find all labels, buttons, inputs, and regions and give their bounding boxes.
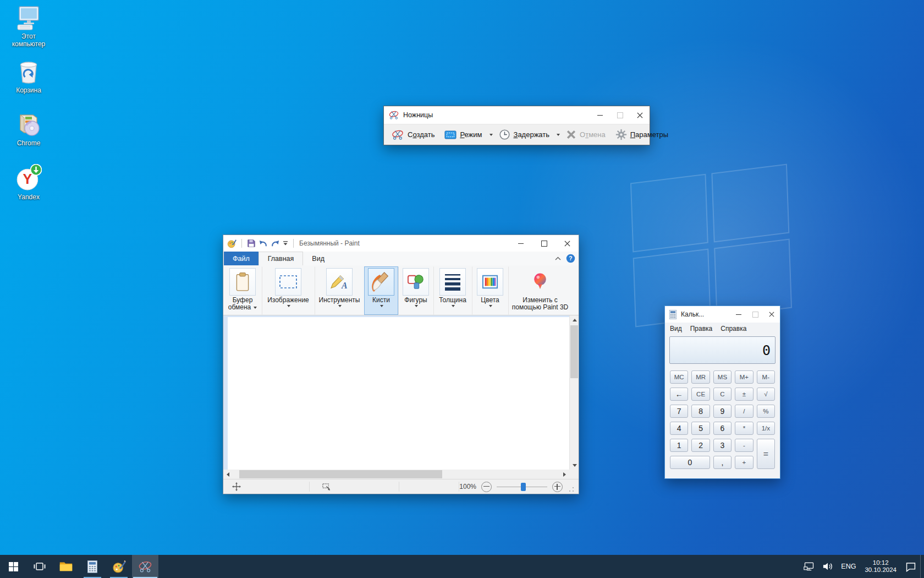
key-decimal[interactable]: , xyxy=(713,456,732,469)
key-ms[interactable]: MS xyxy=(713,370,732,384)
tools-group[interactable]: A Инструменты xyxy=(315,266,364,315)
paint-title-bar[interactable]: Безымянный - Paint xyxy=(223,235,579,252)
new-snip-button[interactable]: Создать xyxy=(387,126,438,143)
clipboard-group[interactable]: Буфер обмена xyxy=(223,266,262,315)
mode-dropdown[interactable] xyxy=(488,126,493,143)
menu-help[interactable]: Справка xyxy=(721,325,746,332)
key-2[interactable]: 2 xyxy=(691,439,710,452)
horizontal-scroll-thumb[interactable] xyxy=(239,470,442,478)
key-sqrt[interactable]: √ xyxy=(757,388,775,401)
collapse-ribbon-icon[interactable] xyxy=(555,257,561,260)
delay-dropdown[interactable] xyxy=(556,126,560,143)
redo-icon[interactable] xyxy=(271,239,280,248)
action-center-button[interactable] xyxy=(901,555,920,578)
scroll-down-button[interactable] xyxy=(570,461,579,470)
snipping-title-bar[interactable]: Ножницы xyxy=(384,106,650,124)
zoom-slider[interactable] xyxy=(497,482,547,492)
start-button[interactable] xyxy=(0,555,26,578)
minimize-button[interactable] xyxy=(730,306,747,323)
key-9[interactable]: 9 xyxy=(713,405,732,418)
taskbar-snipping-tool[interactable] xyxy=(132,555,158,578)
colors-button[interactable] xyxy=(477,268,503,296)
key-mminus[interactable]: M- xyxy=(757,370,775,384)
desktop-icon-yandex[interactable]: Y Yandex xyxy=(4,164,53,201)
volume-tray-icon[interactable] xyxy=(818,555,837,578)
paint-canvas[interactable] xyxy=(228,317,569,470)
taskbar-file-explorer[interactable] xyxy=(53,555,79,578)
key-3[interactable]: 3 xyxy=(713,439,732,452)
close-button[interactable] xyxy=(630,106,650,124)
key-5[interactable]: 5 xyxy=(691,422,710,435)
close-button[interactable] xyxy=(763,306,780,323)
desktop-icon-recycle-bin[interactable]: Корзина xyxy=(4,58,53,94)
key-minus[interactable]: - xyxy=(735,439,753,452)
key-equals[interactable]: = xyxy=(757,439,775,469)
key-0[interactable]: 0 xyxy=(670,456,710,469)
key-1[interactable]: 1 xyxy=(670,439,688,452)
key-6[interactable]: 6 xyxy=(713,422,732,435)
key-plusminus[interactable]: ± xyxy=(735,388,753,401)
vertical-scroll-thumb[interactable] xyxy=(570,325,578,378)
show-desktop-button[interactable] xyxy=(920,555,924,578)
brushes-button[interactable] xyxy=(368,268,394,296)
key-mr[interactable]: MR xyxy=(691,370,710,384)
customize-qat-icon[interactable] xyxy=(283,241,288,246)
key-mc[interactable]: MC xyxy=(670,370,688,384)
maximize-button[interactable] xyxy=(747,306,763,323)
scroll-left-button[interactable] xyxy=(223,470,233,479)
key-mplus[interactable]: M+ xyxy=(735,370,753,384)
shapes-group[interactable]: Фигуры xyxy=(398,266,433,315)
size-button[interactable] xyxy=(439,268,466,296)
key-multiply[interactable]: * xyxy=(735,422,753,435)
task-view-button[interactable] xyxy=(26,555,53,578)
help-icon[interactable]: ? xyxy=(566,254,575,263)
key-reciprocal[interactable]: 1/x xyxy=(757,422,775,435)
tab-view[interactable]: Вид xyxy=(303,252,333,265)
key-7[interactable]: 7 xyxy=(670,405,688,418)
menu-view[interactable]: Вид xyxy=(670,325,682,332)
maximize-button[interactable] xyxy=(532,235,556,252)
taskbar-calculator[interactable] xyxy=(79,555,106,578)
key-backspace[interactable]: ← xyxy=(670,388,688,401)
close-button[interactable] xyxy=(556,235,579,252)
desktop-icon-chrome[interactable]: Chrome xyxy=(4,111,53,147)
key-4[interactable]: 4 xyxy=(670,422,688,435)
key-divide[interactable]: / xyxy=(735,405,753,418)
select-button[interactable] xyxy=(275,268,301,296)
delay-button[interactable]: Задержать xyxy=(495,126,554,143)
language-indicator[interactable]: ENG xyxy=(837,555,860,578)
key-8[interactable]: 8 xyxy=(691,405,710,418)
resize-grip[interactable] xyxy=(569,487,574,492)
colors-group[interactable]: Цвета xyxy=(472,266,508,315)
network-tray-icon[interactable] xyxy=(800,555,818,578)
options-button[interactable]: Параметры xyxy=(612,126,672,143)
cancel-button[interactable]: Отмена xyxy=(562,126,609,143)
paste-button[interactable] xyxy=(229,268,256,296)
scroll-up-button[interactable] xyxy=(570,315,579,324)
mode-button[interactable]: Режим xyxy=(441,126,486,143)
zoom-out-button[interactable] xyxy=(481,482,492,492)
save-icon[interactable] xyxy=(247,239,256,248)
vertical-scrollbar[interactable] xyxy=(569,315,579,470)
minimize-button[interactable] xyxy=(509,235,532,252)
image-group[interactable]: Изображение xyxy=(262,266,315,315)
size-group[interactable]: Толщина xyxy=(433,266,472,315)
minimize-button[interactable] xyxy=(590,106,610,124)
taskbar-paint[interactable] xyxy=(106,555,132,578)
tab-file[interactable]: Файл xyxy=(224,252,258,265)
paint3d-group[interactable]: Изменить с помощью Paint 3D xyxy=(508,266,572,315)
key-plus[interactable]: + xyxy=(735,456,753,469)
horizontal-scrollbar[interactable] xyxy=(223,470,579,479)
tools-button[interactable]: A xyxy=(326,268,353,296)
horizontal-scroll-track[interactable] xyxy=(233,470,560,479)
scroll-right-button[interactable] xyxy=(560,470,569,479)
desktop-icon-this-pc[interactable]: Этот компьютер xyxy=(4,6,53,48)
tab-home[interactable]: Главная xyxy=(258,252,304,265)
calculator-title-bar[interactable]: Кальк... xyxy=(665,306,780,323)
brushes-group[interactable]: Кисти xyxy=(364,266,398,315)
clock[interactable]: 10:12 30.10.2024 xyxy=(860,555,901,578)
undo-icon[interactable] xyxy=(258,239,268,248)
key-ce[interactable]: CE xyxy=(691,388,710,401)
key-c[interactable]: C xyxy=(713,388,732,401)
paint3d-button[interactable] xyxy=(527,268,553,296)
